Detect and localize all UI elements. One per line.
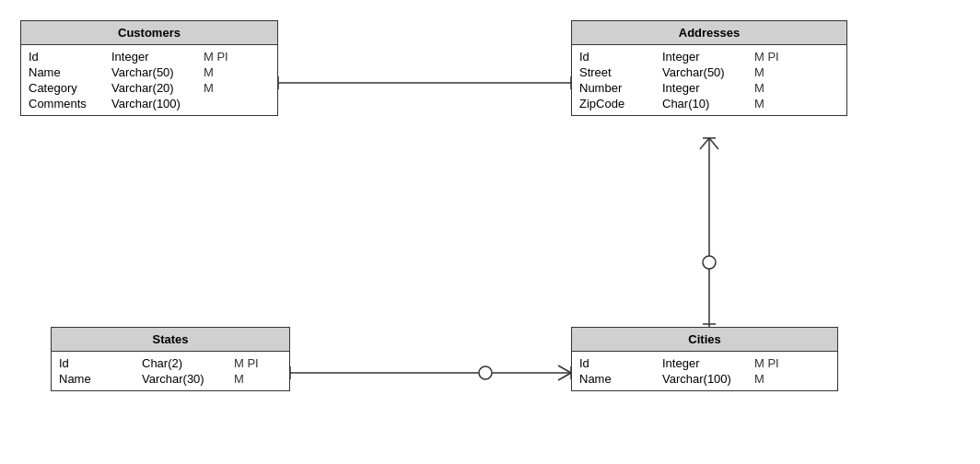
row-field-flags: M PI — [754, 50, 800, 64]
row-field-name: Name — [579, 372, 662, 386]
table-row: IdIntegerM PI — [579, 355, 830, 371]
row-field-name: Number — [579, 81, 662, 95]
table-row: IdChar(2)M PI — [59, 355, 282, 371]
row-field-type: Char(2) — [142, 356, 234, 370]
row-field-type: Varchar(100) — [662, 372, 754, 386]
states-table: States IdChar(2)M PINameVarchar(30)M — [51, 327, 290, 391]
row-field-type: Integer — [111, 50, 204, 64]
diagram-container: Customers IdIntegerM PINameVarchar(50)MC… — [0, 0, 980, 464]
row-field-flags: M — [234, 372, 280, 386]
row-field-flags: M — [754, 81, 800, 95]
row-field-name: Id — [579, 50, 662, 64]
addresses-table-header: Addresses — [572, 21, 846, 45]
cities-table-header: Cities — [572, 328, 837, 352]
row-field-name: ZipCode — [579, 97, 662, 110]
states-table-header: States — [52, 328, 289, 352]
row-field-type: Char(10) — [662, 97, 754, 110]
row-field-name: Id — [59, 356, 142, 370]
row-field-flags: M — [754, 97, 800, 110]
row-field-name: Street — [579, 65, 662, 79]
table-row: IdIntegerM PI — [29, 49, 270, 64]
row-field-type: Integer — [662, 356, 754, 370]
row-field-type: Integer — [662, 81, 754, 95]
addresses-table-body: IdIntegerM PIStreetVarchar(50)MNumberInt… — [572, 45, 846, 115]
addresses-table: Addresses IdIntegerM PIStreetVarchar(50)… — [571, 20, 847, 116]
row-field-name: Category — [29, 81, 111, 95]
customers-table-header: Customers — [21, 21, 277, 45]
row-field-type: Varchar(100) — [111, 97, 204, 110]
table-row: CommentsVarchar(100) — [29, 96, 270, 111]
cities-table: Cities IdIntegerM PINameVarchar(100)M — [571, 327, 838, 391]
row-field-flags: M PI — [754, 356, 800, 370]
row-field-type: Varchar(50) — [111, 65, 204, 79]
row-field-flags: M — [754, 65, 800, 79]
row-field-name: Id — [29, 50, 111, 64]
table-row: ZipCodeChar(10)M — [579, 96, 839, 111]
svg-point-14 — [479, 366, 492, 379]
row-field-flags: M — [204, 81, 250, 95]
svg-line-11 — [709, 138, 718, 149]
row-field-name: Id — [579, 356, 662, 370]
row-field-name: Name — [59, 372, 142, 386]
table-row: NameVarchar(30)M — [59, 371, 282, 387]
customers-table-body: IdIntegerM PINameVarchar(50)MCategoryVar… — [21, 45, 277, 115]
row-field-type: Varchar(50) — [662, 65, 754, 79]
customers-table: Customers IdIntegerM PINameVarchar(50)MC… — [20, 20, 278, 116]
table-row: NameVarchar(100)M — [579, 371, 830, 387]
row-field-type: Integer — [662, 50, 754, 64]
table-row: NumberIntegerM — [579, 80, 839, 96]
row-field-flags: M PI — [234, 356, 280, 370]
svg-point-6 — [703, 256, 716, 269]
table-row: StreetVarchar(50)M — [579, 64, 839, 80]
states-table-body: IdChar(2)M PINameVarchar(30)M — [52, 352, 289, 390]
cities-table-body: IdIntegerM PINameVarchar(100)M — [572, 352, 837, 390]
row-field-flags: M — [754, 372, 800, 386]
row-field-type: Varchar(20) — [111, 81, 204, 95]
row-field-flags: M — [204, 65, 250, 79]
table-row: IdIntegerM PI — [579, 49, 839, 64]
row-field-name: Name — [29, 65, 111, 79]
row-field-flags: M PI — [204, 50, 250, 64]
row-field-name: Comments — [29, 97, 111, 110]
svg-line-17 — [558, 365, 571, 373]
svg-line-18 — [558, 373, 571, 380]
table-row: CategoryVarchar(20)M — [29, 80, 270, 96]
table-row: NameVarchar(50)M — [29, 64, 270, 80]
row-field-type: Varchar(30) — [142, 372, 234, 386]
svg-line-10 — [700, 138, 709, 149]
row-field-flags — [204, 97, 250, 110]
